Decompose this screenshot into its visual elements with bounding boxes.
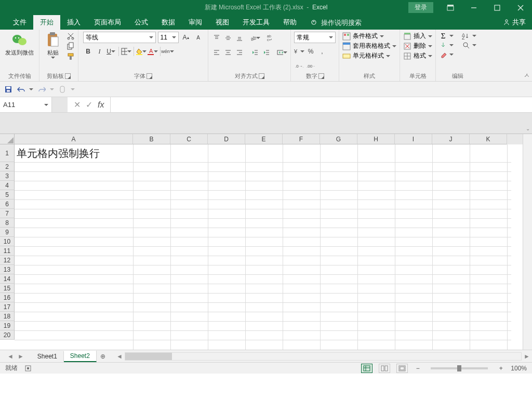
increase-font-icon[interactable]: A▴ — [181, 32, 191, 43]
sort-filter-icon[interactable]: AZ — [462, 32, 470, 40]
find-select-icon[interactable] — [462, 41, 470, 49]
cut-icon[interactable] — [66, 32, 75, 40]
format-cells-button[interactable]: 格式 — [403, 51, 432, 60]
page-layout-view-icon[interactable] — [379, 364, 390, 373]
expand-formula-bar-icon[interactable]: ⌄ — [526, 126, 530, 131]
comma-icon[interactable]: , — [317, 46, 327, 57]
align-right-icon[interactable] — [234, 47, 245, 58]
share-button[interactable]: 共享 — [503, 18, 526, 27]
wrap-text-icon[interactable]: abc↵ — [265, 33, 276, 43]
font-color-icon[interactable]: A — [148, 46, 158, 57]
align-bottom-icon[interactable] — [234, 33, 245, 43]
decrease-font-icon[interactable]: A — [193, 32, 204, 43]
sheet-tab-1[interactable]: Sheet1 — [31, 351, 64, 362]
row-header[interactable]: 2 — [0, 162, 15, 171]
redo-dropdown[interactable] — [50, 88, 54, 90]
clear-icon[interactable] — [439, 50, 447, 59]
clipboard-dialog-launcher-icon[interactable] — [65, 73, 71, 79]
close-icon[interactable] — [509, 0, 532, 15]
row-header[interactable]: 7 — [0, 209, 15, 218]
column-header[interactable]: B — [133, 134, 170, 144]
fill-icon[interactable] — [439, 41, 447, 49]
sheet-nav-next-icon[interactable]: ► — [18, 353, 24, 360]
row-header[interactable]: 9 — [0, 228, 15, 237]
zoom-out-button[interactable]: − — [414, 365, 421, 372]
enter-formula-icon[interactable]: ✓ — [86, 100, 92, 110]
decrease-indent-icon[interactable] — [250, 47, 260, 58]
send-to-wechat-button[interactable]: 发送到微信 — [3, 32, 36, 56]
autosum-icon[interactable]: Σ — [439, 32, 447, 40]
formula-bar[interactable] — [111, 97, 532, 112]
row-header[interactable]: 3 — [0, 171, 15, 181]
tab-page-layout[interactable]: 页面布局 — [87, 15, 128, 30]
align-middle-icon[interactable] — [223, 33, 233, 43]
merge-center-icon[interactable] — [277, 47, 287, 58]
ribbon-display-options-icon[interactable] — [438, 0, 462, 15]
align-left-icon[interactable] — [211, 47, 222, 58]
row-header[interactable]: 6 — [0, 200, 15, 209]
format-painter-icon[interactable] — [66, 52, 75, 61]
fill-color-icon[interactable] — [136, 46, 147, 57]
horizontal-scrollbar[interactable]: ◄ ► — [114, 352, 532, 361]
number-dialog-launcher-icon[interactable] — [318, 73, 324, 79]
orientation-icon[interactable]: ab — [250, 33, 260, 43]
percent-icon[interactable]: % — [305, 46, 316, 57]
sheet-tab-2[interactable]: Sheet2 — [64, 351, 97, 362]
decrease-decimal-icon[interactable]: .00→.0 — [305, 61, 316, 71]
paste-button[interactable]: 粘贴 — [43, 32, 63, 59]
delete-cells-button[interactable]: 删除 — [403, 42, 432, 50]
undo-dropdown[interactable] — [29, 88, 33, 90]
copy-icon[interactable] — [66, 42, 75, 50]
zoom-slider[interactable] — [431, 367, 488, 369]
tab-help[interactable]: 帮助 — [276, 15, 303, 30]
tab-insert[interactable]: 插入 — [60, 15, 87, 30]
phonetic-icon[interactable]: wén — [163, 46, 173, 57]
cancel-formula-icon[interactable]: ✕ — [74, 100, 81, 110]
undo-icon[interactable] — [17, 85, 25, 94]
collapse-ribbon-icon[interactable]: ㅅ — [524, 71, 530, 80]
column-header[interactable]: D — [208, 134, 245, 144]
conditional-formatting-button[interactable]: 条件格式 — [342, 32, 396, 41]
tab-formulas[interactable]: 公式 — [128, 15, 155, 30]
tab-developer[interactable]: 开发工具 — [236, 15, 276, 30]
column-header[interactable]: I — [395, 134, 432, 144]
row-header[interactable]: 15 — [0, 284, 15, 293]
tell-me-search[interactable]: 操作说明搜索 — [305, 16, 367, 30]
column-header[interactable]: J — [432, 134, 470, 144]
tab-file[interactable]: 文件 — [6, 15, 33, 30]
insert-function-icon[interactable]: fx — [98, 100, 104, 110]
row-header[interactable]: 20 — [0, 330, 15, 340]
borders-icon[interactable] — [121, 46, 131, 57]
tab-data[interactable]: 数据 — [155, 15, 182, 30]
tab-review[interactable]: 审阅 — [182, 15, 209, 30]
bold-button[interactable]: B — [83, 46, 94, 57]
column-header[interactable]: C — [170, 134, 208, 144]
sheet-nav-prev-icon[interactable]: ◄ — [7, 353, 14, 360]
row-header[interactable]: 12 — [0, 256, 15, 265]
column-header[interactable]: G — [320, 134, 357, 144]
row-header[interactable]: 14 — [0, 274, 15, 284]
redo-icon[interactable] — [37, 85, 46, 94]
cell-styles-button[interactable]: 单元格样式 — [342, 51, 396, 60]
alignment-dialog-launcher-icon[interactable] — [259, 73, 264, 79]
row-header[interactable]: 13 — [0, 265, 15, 274]
insert-cells-button[interactable]: 插入 — [403, 32, 432, 41]
row-header[interactable]: 18 — [0, 312, 15, 321]
row-header[interactable]: 5 — [0, 190, 15, 200]
row-header[interactable]: 19 — [0, 321, 15, 330]
row-header[interactable]: 17 — [0, 302, 15, 312]
number-format-combo[interactable]: 常规 — [294, 32, 336, 43]
font-size-combo[interactable]: 11 — [158, 32, 179, 43]
row-header[interactable]: 8 — [0, 218, 15, 228]
page-break-view-icon[interactable] — [396, 364, 408, 373]
font-name-combo[interactable]: 等线 — [83, 32, 156, 43]
tab-view[interactable]: 视图 — [209, 15, 236, 30]
save-icon[interactable] — [4, 85, 12, 94]
column-header[interactable]: E — [245, 134, 283, 144]
cell-a1[interactable]: 单元格内强制换行 — [15, 144, 133, 162]
maximize-icon[interactable] — [485, 0, 509, 15]
format-as-table-button[interactable]: 套用表格格式 — [342, 42, 396, 50]
row-header[interactable]: 11 — [0, 246, 15, 256]
column-header[interactable]: A — [15, 134, 133, 144]
tab-home[interactable]: 开始 — [33, 15, 60, 30]
